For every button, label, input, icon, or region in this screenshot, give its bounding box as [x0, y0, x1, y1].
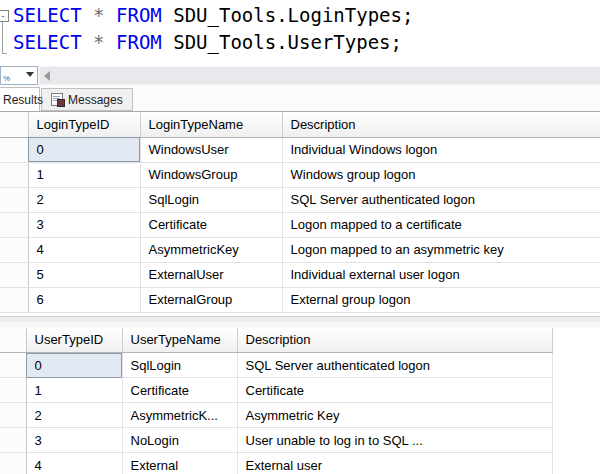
cell[interactable]: Logon mapped to a certificate: [282, 212, 600, 237]
cell[interactable]: External user: [237, 453, 552, 474]
header-row: LoginTypeID LoginTypeName Description: [0, 112, 600, 137]
table-row: 0 WindowsUser Individual Windows logon: [0, 137, 600, 162]
row-header[interactable]: [0, 237, 28, 262]
table-row: 4 External External user: [0, 453, 552, 474]
table-row: 5 ExternalUser Individual external user …: [0, 262, 600, 287]
cell[interactable]: 4: [26, 453, 122, 474]
table-row: 4 AsymmetricKey Logon mapped to an asymm…: [0, 237, 600, 262]
cell[interactable]: User unable to log in to SQL ...: [237, 428, 552, 453]
keyword-from: FROM: [116, 31, 162, 53]
table-row: 2 SqlLogin SQL Server authenticated logo…: [0, 187, 600, 212]
cell[interactable]: Certificate: [122, 378, 237, 403]
row-header[interactable]: [0, 262, 28, 287]
cell[interactable]: 3: [26, 428, 122, 453]
user-types-grid-area: UserTypeID UserTypeName Description 0 Sq…: [0, 328, 600, 474]
cell[interactable]: SqlLogin: [122, 353, 237, 378]
star-operator: *: [93, 4, 104, 26]
object-name: SDU_Tools.LoginTypes;: [173, 4, 413, 26]
tab-messages[interactable]: Messages: [41, 88, 133, 111]
results-pane: LoginTypeID LoginTypeName Description 0 …: [0, 111, 600, 474]
cell[interactable]: 1: [26, 378, 122, 403]
table-row: 1 WindowsGroup Windows group logon: [0, 162, 600, 187]
keyword-from: FROM: [116, 4, 162, 26]
object-name: SDU_Tools.UserTypes;: [173, 31, 402, 53]
column-header[interactable]: Description: [282, 112, 600, 137]
grid-splitter[interactable]: [0, 313, 600, 328]
sql-line-2: SELECT * FROM SDU_Tools.UserTypes;: [13, 31, 402, 53]
cell[interactable]: 2: [28, 187, 140, 212]
user-types-grid: UserTypeID UserTypeName Description 0 Sq…: [0, 328, 553, 474]
row-header[interactable]: [0, 212, 28, 237]
star-operator: *: [93, 31, 104, 53]
cell[interactable]: SQL Server authenticated logon: [282, 187, 600, 212]
keyword-select: SELECT: [13, 31, 82, 53]
table-row: 6 ExternalGroup External group logon: [0, 287, 600, 312]
zoom-level-fragment: %: [3, 74, 10, 83]
chevron-down-icon: [26, 72, 34, 77]
cell[interactable]: Individual Windows logon: [282, 137, 600, 162]
cell[interactable]: AsymmetricKey: [140, 237, 282, 262]
cell[interactable]: SQL Server authenticated logon: [237, 353, 552, 378]
cell-selected[interactable]: 0: [26, 353, 122, 378]
cell[interactable]: External group logon: [282, 287, 600, 312]
cell-selected[interactable]: 0: [28, 137, 140, 162]
tab-results-label: Results: [3, 93, 43, 107]
sql-editor[interactable]: - SELECT * FROM SDU_Tools.LoginTypes; SE…: [0, 0, 600, 66]
outline-guide-line: [2, 22, 3, 53]
sql-line-1: SELECT * FROM SDU_Tools.LoginTypes;: [13, 4, 413, 26]
ssms-query-results-window: - SELECT * FROM SDU_Tools.LoginTypes; SE…: [0, 0, 600, 474]
column-header[interactable]: Description: [237, 328, 552, 353]
table-row: 2 AsymmetricK... Asymmetric Key: [0, 403, 552, 428]
cell[interactable]: SqlLogin: [140, 187, 282, 212]
table-row: 0 SqlLogin SQL Server authenticated logo…: [0, 353, 552, 378]
sql-code: SELECT * FROM SDU_Tools.LoginTypes; SELE…: [13, 2, 413, 56]
cell[interactable]: ExternalUser: [140, 262, 282, 287]
code-collapse-icon[interactable]: -: [0, 10, 9, 22]
outline-guide-foot: [2, 53, 7, 54]
cell[interactable]: 5: [28, 262, 140, 287]
column-header[interactable]: LoginTypeName: [140, 112, 282, 137]
column-header[interactable]: LoginTypeID: [28, 112, 140, 137]
corner-header[interactable]: [0, 112, 28, 137]
tab-messages-label: Messages: [68, 93, 123, 107]
column-header[interactable]: UserTypeID: [26, 328, 122, 353]
row-header[interactable]: [0, 428, 26, 453]
cell[interactable]: 1: [28, 162, 140, 187]
cell[interactable]: WindowsGroup: [140, 162, 282, 187]
cell[interactable]: 3: [28, 212, 140, 237]
cell[interactable]: Certificate: [140, 212, 282, 237]
row-header[interactable]: [0, 187, 28, 212]
header-row: UserTypeID UserTypeName Description: [0, 328, 552, 353]
cell[interactable]: ExternalGroup: [140, 287, 282, 312]
horizontal-scrollbar[interactable]: [40, 67, 600, 84]
cell[interactable]: AsymmetricK...: [122, 403, 237, 428]
cell[interactable]: Individual external user logon: [282, 262, 600, 287]
cell[interactable]: 2: [26, 403, 122, 428]
cell[interactable]: 4: [28, 237, 140, 262]
row-header[interactable]: [0, 162, 28, 187]
row-header[interactable]: [0, 137, 28, 162]
login-types-grid: LoginTypeID LoginTypeName Description 0 …: [0, 112, 600, 313]
cell[interactable]: Certificate: [237, 378, 552, 403]
cell[interactable]: External: [122, 453, 237, 474]
messages-icon: [51, 93, 63, 106]
row-header[interactable]: [0, 378, 26, 403]
row-header[interactable]: [0, 353, 26, 378]
corner-header[interactable]: [0, 328, 26, 353]
cell[interactable]: Windows group logon: [282, 162, 600, 187]
row-header[interactable]: [0, 403, 26, 428]
tab-results[interactable]: Results: [0, 87, 40, 111]
table-row: 1 Certificate Certificate: [0, 378, 552, 403]
cell[interactable]: Logon mapped to an asymmetric key: [282, 237, 600, 262]
cell[interactable]: 6: [28, 287, 140, 312]
cell[interactable]: Asymmetric Key: [237, 403, 552, 428]
editor-bottom-bar: %: [0, 66, 600, 85]
zoom-level-combo[interactable]: %: [0, 66, 38, 85]
table-row: 3 NoLogin User unable to log in to SQL .…: [0, 428, 552, 453]
row-header[interactable]: [0, 287, 28, 312]
cell[interactable]: WindowsUser: [140, 137, 282, 162]
column-header[interactable]: UserTypeName: [122, 328, 237, 353]
cell[interactable]: NoLogin: [122, 428, 237, 453]
scroll-left-icon[interactable]: [44, 71, 50, 81]
row-header[interactable]: [0, 453, 26, 474]
